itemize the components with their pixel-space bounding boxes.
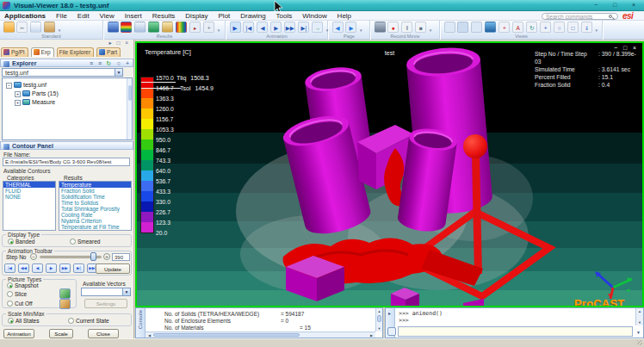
float-panel-icon[interactable]: ▸ [108,40,111,46]
list-item-shrinkage-porosity[interactable]: Total Shrinkage Porosity [59,206,131,212]
tree-item-root[interactable]: −testg.unf [6,81,46,89]
restore-panel-icon[interactable]: □ [116,40,120,46]
legend-icon[interactable] [176,22,187,33]
update-button[interactable]: Update [96,263,130,274]
prev-page-icon[interactable]: ◀ [332,22,344,33]
animation-button[interactable]: Animation [3,329,34,338]
tab-pgpl[interactable]: Pg/Pl [1,47,28,57]
list-item-thermal[interactable]: THERMAL [3,182,55,188]
prompt-icon[interactable]: ▸ [388,310,391,316]
zoom-area-icon[interactable]: □ [567,22,579,33]
fringe-icon[interactable] [134,22,146,33]
step-slider-handle[interactable] [90,252,96,261]
next-step-button[interactable]: ▶| [73,263,84,273]
menu-file[interactable]: File [52,11,71,21]
list-item-fraction-solid[interactable]: Fraction Solid [59,188,131,194]
window-view-icon[interactable] [471,22,482,33]
python-command-input[interactable] [398,326,633,337]
split-view-icon[interactable] [457,22,468,33]
menu-results[interactable]: Results [148,11,180,21]
export-animation-icon[interactable]: → [312,22,323,33]
play-button[interactable]: ▶ [46,263,57,273]
next-page-icon[interactable]: ▶ [345,22,356,33]
shade-mode-icon[interactable] [485,22,496,33]
copy-icon[interactable] [30,22,41,33]
list-item-none[interactable]: NONE [3,194,55,200]
camera-icon[interactable] [375,22,386,33]
pick-icon[interactable]: + [498,22,510,33]
command-history-icon[interactable] [387,327,396,336]
chevron-down-icon[interactable]: ▼ [122,288,130,295]
rotate-view-icon[interactable]: ↻ [526,22,537,33]
step-increment-button[interactable]: + [103,253,110,260]
list-item-solidification-time[interactable]: Solidification Time [59,194,131,200]
anchor-icon[interactable]: ⇓ [581,22,592,33]
list-item-fluid[interactable]: FLUID [3,188,55,194]
menu-tools[interactable]: Tools [272,11,297,21]
fast-rewind-button[interactable]: ◀◀ [18,263,29,273]
step-decrement-button[interactable]: − [30,253,37,260]
overflow-icon[interactable]: ▾ [595,28,598,33]
vector-icon[interactable] [162,22,173,33]
contour-icon[interactable] [121,22,132,33]
prev-step-button[interactable]: ◀ [32,263,43,273]
radio-all-states[interactable]: All States [8,318,39,324]
annotate-icon[interactable]: A [512,22,523,33]
radio-smeared[interactable]: Smeared [70,239,100,245]
slice-tool-icon[interactable] [59,288,71,299]
tree-item-measure[interactable]: +Measure [15,98,55,106]
menu-applications[interactable]: Applications [0,11,50,21]
result-tools-icon[interactable]: + [203,22,214,33]
overflow-icon[interactable]: ▾ [59,28,61,33]
close-button[interactable]: × [629,1,639,9]
close-panel-button[interactable]: Close [88,329,119,338]
load-results-icon[interactable] [108,22,119,33]
stop-icon[interactable]: ■ [415,22,426,33]
model-file-combobox[interactable]: testg.unf ▼ [2,68,123,77]
play-icon[interactable]: ▶ [270,22,282,33]
overflow-icon[interactable]: ▾ [430,28,432,33]
tree-item-parts[interactable]: +Parts (15) [15,90,59,97]
menu-view[interactable]: View [96,11,119,21]
console-vscrollbar[interactable]: ▲ ▼ [375,308,382,332]
list-item-cooling-rate[interactable]: Cooling Rate [59,212,131,218]
settings-button[interactable]: Settings [84,299,127,308]
maximize-button[interactable]: □ [610,1,620,9]
probe-icon[interactable]: ▸ [189,22,201,33]
search-icon[interactable] [609,15,612,18]
tree-scrollbar[interactable] [127,78,132,139]
list-item-temp-at-fill[interactable]: Temperature at Fill Time [59,224,131,230]
last-frame-icon[interactable]: ▶| [298,22,309,33]
overflow-icon[interactable]: ▾ [360,28,362,33]
rewind-icon[interactable]: ◀ [257,22,268,33]
expand-icon[interactable]: + [15,91,21,97]
tab-exp[interactable]: Exp [31,47,54,57]
list-item-temperature[interactable]: Temperature [59,182,131,188]
page-layout-icon[interactable] [444,22,455,33]
menu-edit[interactable]: Edit [73,11,94,21]
console-hscrollbar[interactable]: ◀ ▶ [146,332,375,338]
tab-part[interactable]: Part [96,47,121,57]
menu-window[interactable]: Window [298,11,331,21]
layout-icon[interactable]: ≡ [98,59,102,68]
resize-grip[interactable] [637,340,642,345]
console-tab[interactable]: Console [138,310,145,329]
menu-help[interactable]: Help [333,11,356,21]
refresh-icon[interactable]: ↻ [106,59,111,68]
section-icon[interactable] [148,22,159,33]
chevron-down-icon[interactable]: ▼ [636,330,641,335]
pause-icon[interactable]: ‖ [401,22,412,33]
chevron-down-icon[interactable]: ▼ [115,69,122,76]
add-icon[interactable]: + [126,59,129,68]
first-step-button[interactable]: |◀ [4,263,15,273]
first-frame-icon[interactable]: |◀ [243,22,254,33]
menu-drawing[interactable]: Drawing [236,11,269,21]
menu-plot[interactable]: Plot [214,11,235,21]
menu-display[interactable]: Display [181,11,212,21]
pan-icon[interactable]: + [540,22,551,33]
note-icon[interactable]: ○ [117,59,121,68]
overflow-icon[interactable]: ▾ [218,28,220,33]
scale-button[interactable]: Scale [49,329,73,338]
close-panel-icon[interactable]: × [125,40,128,46]
radio-cutoff[interactable]: Cut Off [7,301,32,307]
